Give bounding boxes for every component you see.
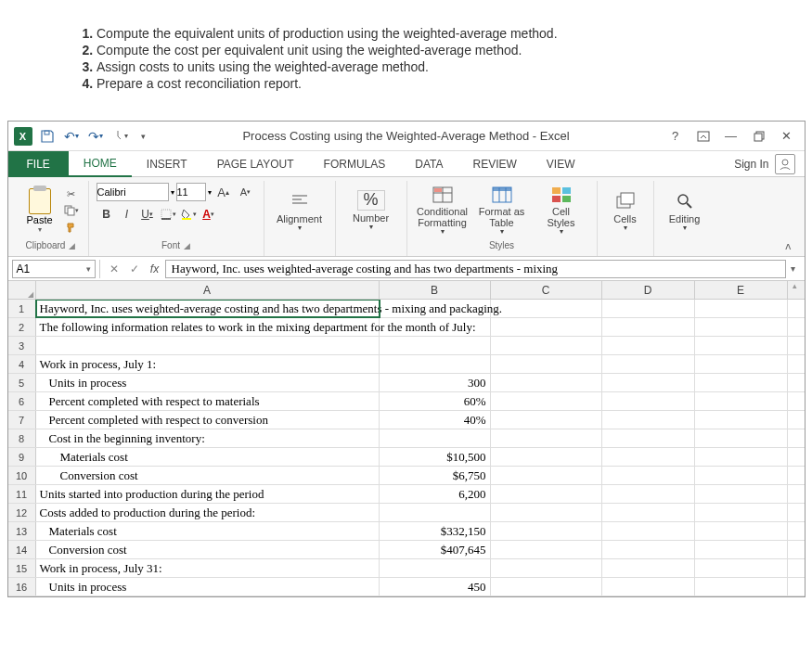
cell[interactable] xyxy=(380,429,491,447)
cell[interactable]: Units in process xyxy=(36,578,380,596)
cell[interactable]: Work in process, July 1: xyxy=(36,355,380,373)
cell[interactable] xyxy=(491,374,602,391)
border-button[interactable]: ▾ xyxy=(158,205,178,224)
cell[interactable] xyxy=(602,578,695,596)
minimize-button[interactable]: — xyxy=(719,126,743,147)
cells-button[interactable]: Cells▾ xyxy=(605,185,646,237)
row-header[interactable]: 9 xyxy=(8,448,36,466)
cell[interactable] xyxy=(695,355,788,373)
cell[interactable] xyxy=(602,448,695,466)
cell[interactable] xyxy=(695,429,788,447)
cell[interactable] xyxy=(695,392,788,410)
cell[interactable]: $407,645 xyxy=(380,541,491,558)
copy-icon[interactable]: ▾ xyxy=(62,203,81,218)
restore-button[interactable] xyxy=(747,126,771,147)
cell[interactable] xyxy=(491,337,602,354)
cell[interactable] xyxy=(602,429,695,447)
ribbon-tab-data[interactable]: DATA xyxy=(400,151,458,177)
cell[interactable] xyxy=(602,300,695,317)
formula-input[interactable] xyxy=(165,260,786,278)
cell[interactable]: Materials cost xyxy=(36,522,380,540)
cell[interactable] xyxy=(602,522,695,540)
cell[interactable]: Percent completed with respect to materi… xyxy=(36,392,380,410)
cell[interactable] xyxy=(602,374,695,391)
cell[interactable] xyxy=(695,337,788,354)
column-header-C[interactable]: C xyxy=(491,281,602,299)
cell[interactable] xyxy=(380,355,491,373)
cell[interactable] xyxy=(491,392,602,410)
cell[interactable] xyxy=(491,541,602,558)
row-header[interactable]: 15 xyxy=(8,559,36,577)
expand-formula-bar-icon[interactable]: ▾ xyxy=(786,263,801,274)
cell[interactable]: Hayword, Inc. uses weighted-average cost… xyxy=(36,300,380,317)
cell[interactable] xyxy=(695,578,788,596)
grid[interactable]: 1Hayword, Inc. uses weighted-average cos… xyxy=(8,300,805,596)
shrink-font-button[interactable]: A▾ xyxy=(236,183,256,201)
cell[interactable] xyxy=(695,318,788,336)
cell[interactable] xyxy=(695,541,788,558)
cell[interactable] xyxy=(491,485,602,503)
help-button[interactable]: ? xyxy=(664,126,688,147)
cell[interactable] xyxy=(602,467,695,484)
cell[interactable] xyxy=(602,504,695,521)
row-header[interactable]: 4 xyxy=(8,355,36,373)
excel-app-icon[interactable]: X xyxy=(12,125,34,147)
cell[interactable] xyxy=(491,467,602,484)
italic-button[interactable]: I xyxy=(117,205,137,224)
row-header[interactable]: 11 xyxy=(8,485,36,503)
ribbon-tab-home[interactable]: HOME xyxy=(69,151,132,177)
font-color-button[interactable]: A▾ xyxy=(199,205,219,224)
row-header[interactable]: 2 xyxy=(8,318,36,336)
cell[interactable] xyxy=(695,448,788,466)
cell[interactable]: $6,750 xyxy=(380,467,491,484)
cell[interactable]: $332,150 xyxy=(380,522,491,540)
row-header[interactable]: 16 xyxy=(8,578,36,596)
format-painter-icon[interactable] xyxy=(62,220,81,235)
cell[interactable] xyxy=(695,467,788,484)
ribbon-tab-insert[interactable]: INSERT xyxy=(132,151,202,177)
cell[interactable] xyxy=(695,559,788,577)
bold-button[interactable]: B xyxy=(97,205,117,224)
cell[interactable]: Units in process xyxy=(36,374,380,391)
row-header[interactable]: 8 xyxy=(8,429,36,447)
column-header-E[interactable]: E xyxy=(695,281,788,299)
row-header[interactable]: 3 xyxy=(8,337,36,354)
cell[interactable] xyxy=(380,559,491,577)
row-header[interactable]: 10 xyxy=(8,467,36,484)
paste-button[interactable]: Paste ▾ xyxy=(21,185,58,237)
cell[interactable] xyxy=(602,411,695,429)
ribbon-tab-formulas[interactable]: FORMULAS xyxy=(309,151,401,177)
select-all-corner[interactable] xyxy=(8,281,36,299)
cell[interactable] xyxy=(695,300,788,317)
cell[interactable] xyxy=(602,541,695,558)
cell[interactable]: Conversion cost xyxy=(36,467,380,484)
column-header-B[interactable]: B xyxy=(380,281,491,299)
format-as-table-button[interactable]: Format as Table▾ xyxy=(474,185,530,237)
cell[interactable] xyxy=(695,504,788,521)
qat-customize-icon[interactable]: ▾ xyxy=(133,125,155,147)
cancel-formula-icon[interactable]: ✕ xyxy=(104,260,124,278)
column-header-A[interactable]: A xyxy=(36,281,380,299)
redo-icon[interactable]: ↷▾ xyxy=(84,125,107,147)
row-header[interactable]: 12 xyxy=(8,504,36,521)
cell[interactable] xyxy=(36,337,380,354)
cell[interactable] xyxy=(491,559,602,577)
ribbon-display-icon[interactable] xyxy=(691,126,715,147)
cell[interactable]: 6,200 xyxy=(380,485,491,503)
cell[interactable] xyxy=(380,318,491,336)
cell[interactable]: $10,500 xyxy=(380,448,491,466)
grow-font-button[interactable]: A▴ xyxy=(213,183,234,201)
font-name-select[interactable] xyxy=(97,183,169,201)
cell[interactable] xyxy=(491,429,602,447)
cut-icon[interactable]: ✂ xyxy=(62,186,81,201)
cell[interactable] xyxy=(491,504,602,521)
sign-in[interactable]: Sign In xyxy=(734,154,804,174)
cell[interactable]: Cost in the beginning inventory: xyxy=(36,429,380,447)
fx-button[interactable]: fx xyxy=(145,260,165,278)
cell[interactable] xyxy=(695,485,788,503)
cell-styles-button[interactable]: Cell Styles▾ xyxy=(534,185,589,237)
cell[interactable]: Conversion cost xyxy=(36,541,380,558)
row-header[interactable]: 13 xyxy=(8,522,36,540)
row-header[interactable]: 1 xyxy=(8,300,36,317)
cell[interactable] xyxy=(491,300,602,317)
